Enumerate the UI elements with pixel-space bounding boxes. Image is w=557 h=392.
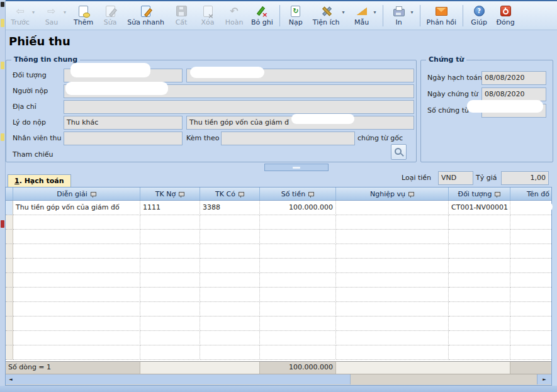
footer-row-count: Số dòng = 1: [6, 362, 140, 374]
redaction-blob: [65, 82, 168, 95]
tham-chieu-browse-button[interactable]: [391, 144, 407, 160]
pin-icon[interactable]: [91, 192, 96, 196]
tham-chieu-label: Tham chiếu: [13, 150, 53, 159]
empty-row: [6, 273, 551, 288]
dia-chi-input[interactable]: [64, 100, 414, 114]
feedback-button[interactable]: Phản hồi: [423, 4, 461, 28]
undo-icon: [226, 5, 242, 18]
reload-button[interactable]: Nạp: [283, 4, 309, 28]
back-arrow-icon: [12, 5, 28, 18]
horizontal-scrollbar[interactable]: [6, 374, 551, 385]
ty-gia-label: Tỷ giá: [476, 174, 497, 182]
quick-edit-button[interactable]: Sửa nhanh: [123, 4, 168, 28]
print-button[interactable]: In: [386, 4, 412, 28]
utilities-dropdown-caret[interactable]: [342, 9, 348, 15]
footer-spacer: [336, 362, 510, 374]
scrollbar-thumb[interactable]: [16, 374, 351, 384]
cell-doi-tuong[interactable]: CT001-NV00001: [449, 201, 510, 215]
ngay-chung-tu-label: Ngày chứng từ: [427, 90, 478, 98]
loai-tien-input[interactable]: VND: [438, 171, 473, 185]
footer-spacer: [510, 362, 551, 374]
envelope-icon: [433, 5, 449, 18]
prev-dropdown-caret[interactable]: [32, 9, 38, 15]
empty-row: [6, 230, 551, 244]
unpost-pencil-icon: [254, 5, 270, 18]
next-button[interactable]: Sau: [38, 4, 65, 28]
reload-icon: [288, 5, 304, 18]
cell-nghiep-vu[interactable]: [336, 201, 449, 215]
delete-button[interactable]: Xóa: [194, 4, 221, 28]
nhan-vien-thu-input[interactable]: [64, 132, 183, 145]
pin-icon[interactable]: [239, 192, 244, 196]
pin-icon[interactable]: [408, 192, 414, 196]
cell-so-tien[interactable]: 100.000.000: [260, 201, 336, 215]
col-header-dien-giai[interactable]: Diễn giải: [13, 188, 140, 200]
tab-hach-toan[interactable]: 1. Hạch toán: [8, 174, 71, 187]
unpost-button[interactable]: Bỏ ghi: [247, 4, 277, 28]
empty-row: [6, 331, 551, 345]
template-button[interactable]: Mẫu: [349, 4, 375, 28]
question-mark-icon: [471, 5, 487, 18]
tools-icon: [318, 5, 334, 18]
toolbar: Trước Sau Thêm Sửa Sửa nhanh Cất Xóa Hoà…: [6, 1, 557, 30]
accounting-grid: Diễn giải TK Nợ TK Có Số tiền Nghiệp vụ …: [5, 187, 552, 386]
col-header-so-tien[interactable]: Số tiền: [260, 188, 336, 200]
redaction-blob: [511, 201, 553, 212]
strip-mark: [1, 2, 4, 7]
new-document-icon: [76, 5, 92, 18]
forward-arrow-icon: [43, 5, 60, 18]
add-button[interactable]: Thêm: [70, 4, 97, 28]
col-header-tk-no[interactable]: TK Nợ: [140, 188, 200, 200]
ly-do-nop-select[interactable]: Thu khác: [64, 116, 183, 130]
col-header-nghiep-vu[interactable]: Nghiệp vụ: [336, 188, 449, 200]
close-button[interactable]: Đóng: [492, 4, 519, 28]
row-selector-header[interactable]: [6, 188, 13, 200]
template-dropdown-caret[interactable]: [374, 9, 380, 15]
ty-gia-input[interactable]: 1,00: [501, 171, 549, 185]
utilities-button[interactable]: Tiện ích: [309, 4, 344, 28]
col-header-tk-co[interactable]: TK Có: [200, 188, 260, 200]
ngay-hach-toan-label: Ngày hạch toán: [427, 74, 482, 82]
cell-tk-no[interactable]: 1111: [140, 201, 200, 215]
ngay-chung-tu-input[interactable]: 08/08/2020: [481, 87, 546, 101]
next-dropdown-caret[interactable]: [64, 9, 69, 15]
pin-icon[interactable]: [179, 192, 184, 196]
col-header-doi-tuong[interactable]: Đối tượng: [449, 188, 510, 200]
pin-icon[interactable]: [308, 192, 314, 196]
strip-mark: [1, 19, 4, 27]
scroll-right-arrow[interactable]: [537, 374, 551, 384]
ruler-triangle-icon: [354, 5, 370, 18]
toolbar-separator: [279, 5, 280, 26]
kem-theo-input[interactable]: [221, 132, 355, 145]
quick-edit-icon: [138, 5, 154, 18]
window-bottom-edge: [0, 386, 557, 392]
help-button[interactable]: Giúp: [466, 4, 492, 28]
ly-do-nop-label: Lý do nộp: [13, 118, 46, 126]
edit-button[interactable]: Sửa: [97, 4, 123, 28]
empty-row: [6, 345, 551, 360]
redaction-blob: [190, 67, 264, 78]
prev-button[interactable]: Trước: [7, 4, 33, 28]
power-close-icon: [497, 5, 514, 18]
document-group-title: Chứng từ: [426, 55, 466, 64]
edit-document-icon: [102, 5, 118, 18]
row-indicator[interactable]: [6, 201, 13, 215]
grid-header-row: Diễn giải TK Nợ TK Có Số tiền Nghiệp vụ …: [6, 188, 551, 201]
save-button[interactable]: Cất: [168, 4, 194, 28]
col-header-ten-doi-tuong[interactable]: Tên đố: [510, 188, 551, 200]
general-group-title: Thông tin chung: [11, 55, 80, 64]
grid-body: Thu tiền góp vốn của giám đố 1111 3388 1…: [6, 201, 551, 361]
print-dropdown-caret[interactable]: [411, 9, 417, 15]
floppy-save-icon: [173, 5, 189, 18]
undo-button[interactable]: Hoàn: [221, 4, 247, 28]
panel-collapse-handle[interactable]: [264, 164, 329, 171]
ngay-hach-toan-input[interactable]: 08/08/2020: [481, 71, 546, 85]
cell-tk-co[interactable]: 3388: [200, 201, 260, 215]
cell-dien-giai[interactable]: Thu tiền góp vốn của giám đố: [13, 201, 140, 215]
empty-row: [6, 259, 551, 273]
scroll-left-arrow[interactable]: [6, 374, 16, 384]
grid-row[interactable]: Thu tiền góp vốn của giám đố 1111 3388 1…: [6, 201, 551, 215]
grid-footer-row: Số dòng = 1 100.000.000: [6, 361, 551, 374]
footer-total-amount: 100.000.000: [260, 362, 336, 374]
pin-icon[interactable]: [495, 192, 500, 196]
